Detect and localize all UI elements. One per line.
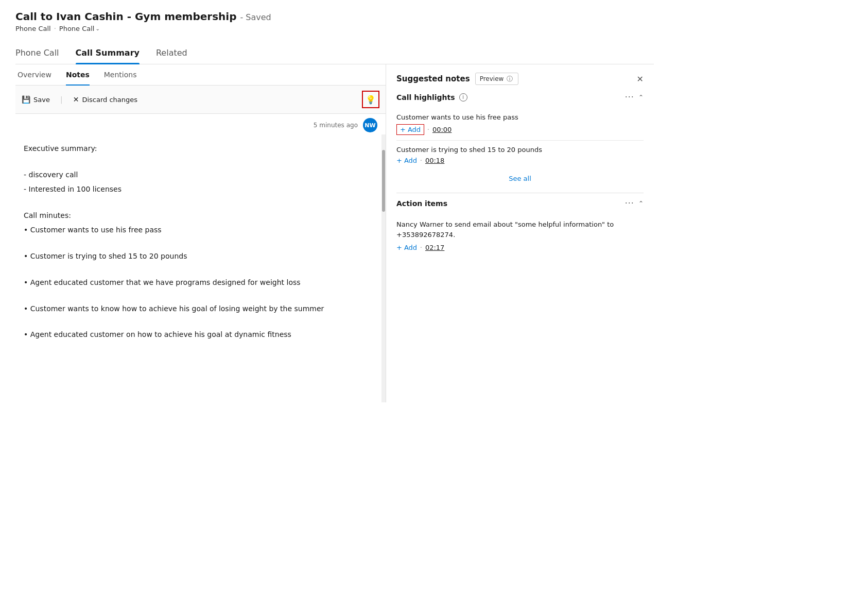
timestamp-row: 5 minutes ago NW [15, 114, 386, 134]
timestamp-link-0[interactable]: 00:00 [432, 126, 452, 133]
notes-toolbar: 💾 Save | ✕ Discard changes 💡 [15, 86, 386, 114]
action-item-actions-row: + Add · 02:17 [396, 244, 644, 251]
info-icon: ⓘ [506, 75, 514, 83]
toolbar-right: 💡 [362, 91, 379, 108]
page-header: Call to Ivan Cashin - Gym membership - S… [15, 10, 654, 32]
scrollbar-thumb[interactable] [382, 150, 385, 212]
add-highlight-button-0[interactable]: + Add [396, 124, 424, 135]
breadcrumb-item2-dropdown[interactable]: Phone Call ⌄ [59, 25, 100, 32]
main-tabs: Phone Call Call Summary Related [15, 43, 654, 64]
right-panel: Suggested notes Preview ⓘ ✕ Call highlig… [386, 64, 654, 402]
lightbulb-icon: 💡 [366, 95, 376, 105]
highlight-actions-row: + Add · 00:18 [396, 157, 644, 164]
call-highlights-info-icon[interactable]: i [459, 93, 467, 101]
breadcrumb-item2-label: Phone Call [59, 25, 95, 32]
more-options-button[interactable]: ··· [625, 92, 634, 102]
tab-related[interactable]: Related [156, 43, 187, 64]
notes-content-area: Executive summary: - discovery call - In… [15, 134, 386, 402]
action-items-collapse-button[interactable]: ⌃ [638, 200, 644, 207]
plus-icon: + [396, 157, 402, 164]
call-highlights-actions: ··· ⌃ [625, 92, 644, 102]
see-all-link[interactable]: See all [396, 169, 644, 188]
tab-call-summary[interactable]: Call Summary [76, 43, 140, 64]
lightbulb-button[interactable]: 💡 [362, 91, 379, 108]
page-title: Call to Ivan Cashin - Gym membership - S… [15, 10, 654, 23]
close-suggested-button[interactable]: ✕ [637, 74, 644, 84]
action-item-text: Nancy Warner to send email about "some h… [396, 219, 644, 240]
tab-phone-call[interactable]: Phone Call [15, 43, 59, 64]
breadcrumb-separator: · [54, 25, 56, 32]
collapse-button[interactable]: ⌃ [638, 94, 644, 101]
sub-tab-mentions[interactable]: Mentions [104, 64, 137, 85]
action-items-header: Action items ··· ⌃ [396, 198, 644, 208]
highlight-item: Customer wants to use his free pass + Ad… [396, 108, 644, 141]
add-highlight-button-1[interactable]: + Add [396, 157, 417, 164]
breadcrumb: Phone Call · Phone Call ⌄ [15, 25, 654, 32]
highlight-item: Customer is trying to shed 15 to 20 poun… [396, 141, 644, 169]
timestamp-label: 5 minutes ago [314, 122, 358, 129]
action-item: Nancy Warner to send email about "some h… [396, 214, 644, 257]
toolbar-separator: | [60, 95, 63, 104]
left-panel: Overview Notes Mentions 💾 Save | ✕ Di [15, 64, 386, 402]
sub-tab-notes[interactable]: Notes [66, 64, 90, 85]
chevron-down-icon: ⌄ [95, 26, 99, 31]
timestamp-link-1[interactable]: 00:18 [425, 157, 444, 164]
call-highlights-title: Call highlights [396, 93, 455, 101]
call-highlights-header: Call highlights i ··· ⌃ [396, 92, 644, 102]
action-items-more-button[interactable]: ··· [625, 198, 634, 208]
sub-tab-overview[interactable]: Overview [18, 64, 51, 85]
plus-icon: + [396, 244, 402, 251]
action-items-actions: ··· ⌃ [625, 198, 644, 208]
action-items-section: Action items ··· ⌃ Nancy Warner to send … [396, 198, 644, 257]
notes-text[interactable]: Executive summary: - discovery call - In… [15, 134, 381, 402]
highlight-text: Customer is trying to shed 15 to 20 poun… [396, 146, 644, 154]
avatar: NW [363, 118, 377, 132]
highlight-actions-row: + Add · 00:00 [396, 124, 644, 135]
sub-tabs: Overview Notes Mentions [15, 64, 386, 86]
highlight-text: Customer wants to use his free pass [396, 113, 644, 121]
content-area: Overview Notes Mentions 💾 Save | ✕ Di [15, 64, 654, 402]
action-item-timestamp[interactable]: 02:17 [425, 244, 444, 251]
plus-icon: + [400, 126, 406, 133]
close-icon: ✕ [73, 95, 79, 104]
preview-button[interactable]: Preview ⓘ [475, 73, 519, 85]
discard-button[interactable]: ✕ Discard changes [73, 95, 137, 104]
save-button[interactable]: 💾 Save [22, 95, 50, 104]
save-icon: 💾 [22, 95, 30, 104]
action-items-title: Action items [396, 199, 447, 208]
suggested-notes-title: Suggested notes [396, 74, 470, 83]
call-highlights-section: Call highlights i ··· ⌃ Customer wants t… [396, 92, 644, 188]
section-divider [396, 193, 644, 193]
scrollbar-track[interactable] [381, 134, 386, 402]
breadcrumb-item1: Phone Call [15, 25, 51, 32]
add-action-item-button[interactable]: + Add [396, 244, 417, 251]
suggested-notes-header: Suggested notes Preview ⓘ ✕ [396, 73, 644, 85]
saved-label: - Saved [240, 12, 271, 22]
